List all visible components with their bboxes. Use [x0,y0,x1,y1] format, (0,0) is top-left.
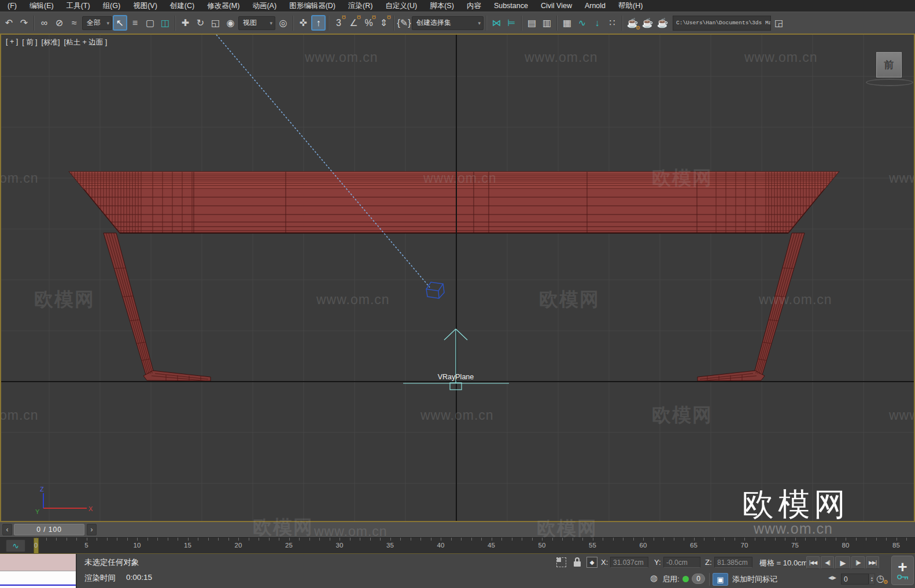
time-slider-thumb[interactable]: 0 / 100 [14,524,84,535]
render-setup-icon[interactable]: ☕⚙ [625,15,640,31]
snap-toggle-3d-icon[interactable]: 3Ω [331,15,346,31]
menu-item-4[interactable]: 视图(V) [127,0,164,12]
align-icon[interactable]: ⊨ [504,15,519,31]
viewcube[interactable]: 前 [866,51,914,89]
viewport-general-menu[interactable]: [ + ] [6,38,18,47]
select-and-scale-icon[interactable]: ◱ [208,15,223,31]
redo-icon[interactable]: ↷ [17,15,31,31]
menu-item-13[interactable]: Substance [488,1,534,11]
percent-snap-toggle-icon[interactable]: %Ω [361,15,376,31]
chevron-down-icon[interactable]: ▾ [478,20,481,26]
toggle-xview-icon[interactable]: ∷ [605,15,619,31]
render-production-icon[interactable]: ☕ [655,15,670,31]
menu-item-7[interactable]: 动画(A) [246,0,283,12]
menu-item-11[interactable]: 脚本(S) [423,0,460,12]
current-frame-field-group: ▴▾ [841,574,875,585]
enable-count-badge[interactable]: 0 [692,574,705,584]
project-folder-dropdown[interactable]: C:\Users\Han\Documents\3ds Max 2022▾ [673,16,771,31]
bind-to-space-warp-icon[interactable]: ≈ [67,15,82,31]
toggle-ribbon-icon[interactable]: ▦ [560,15,574,31]
light-gizmo-cube[interactable] [426,282,444,298]
play-button[interactable]: ▶ [835,556,850,569]
macro-recorder-pane[interactable] [0,554,76,571]
unlink-selection-icon[interactable]: ⊘ [52,15,67,31]
select-and-manipulate-icon[interactable]: ✜ [296,15,311,31]
viewcube-face[interactable]: 前 [876,52,902,77]
select-and-place-icon[interactable]: ◉ [223,15,238,31]
next-frame-button[interactable]: › [87,524,97,535]
select-by-name-icon[interactable]: ≡ [128,15,142,31]
chevron-down-icon[interactable]: ▾ [106,20,109,26]
dope-sheet-icon[interactable]: ↓ [590,15,604,31]
viewport-canvas[interactable]: VRayPlane Z X Y [1,35,914,521]
maxscript-mini-listener[interactable] [0,554,77,588]
go-to-end-button[interactable]: ▶▶| [866,556,879,569]
set-keys-button[interactable]: + [891,556,914,585]
go-to-start-button[interactable]: |◀◀ [806,556,820,569]
menu-item-10[interactable]: 自定义(U) [379,0,423,12]
viewport-shading-menu[interactable]: [粘土 + 边面 ] [64,38,108,47]
reference-coordinate-system-dropdown[interactable]: 视图▾ [238,16,275,30]
current-frame-field[interactable] [841,574,869,585]
menu-item-15[interactable]: Arnold [578,1,612,11]
rectangular-selection-region-icon[interactable]: ▢ [143,15,157,31]
mini-curve-editor-button[interactable]: ∿ [6,539,25,552]
time-configuration-button[interactable]: ◷⚙ [876,573,884,584]
y-coordinate-field[interactable] [663,557,700,568]
enable-status-dot[interactable] [682,576,689,582]
select-and-rotate-icon[interactable]: ↻ [193,15,208,31]
toggle-layer-explorer-icon[interactable]: ▤ [525,15,539,31]
select-and-move-icon[interactable]: ✚ [178,15,193,31]
menu-item-6[interactable]: 修改器(M) [201,0,246,12]
frame-step-arrows[interactable]: ◀▶ [828,575,836,580]
menu-item-16[interactable]: 帮助(H) [612,0,649,12]
spinner-snap-toggle-icon[interactable]: ⇕Ω [377,15,391,31]
viewport-front[interactable]: VRayPlane Z X Y [ + ] [ 前 ] [标准] [粘土 + 边… [0,34,915,522]
menu-item-8[interactable]: 图形编辑器(D) [283,0,342,12]
frame-spinner[interactable]: ▴▾ [869,574,875,585]
z-coordinate-field[interactable] [714,557,752,568]
mirror-icon[interactable]: ⋈ [489,15,504,31]
previous-frame-button[interactable]: ‹ [2,524,12,535]
viewport-pov-menu[interactable]: [ 前 ] [22,38,37,47]
select-and-link-icon[interactable]: ∞ [37,15,51,31]
menu-item-12[interactable]: 内容 [460,0,488,12]
selection-lock-toggle[interactable] [573,557,581,567]
edit-named-selection-sets-icon[interactable]: {✎} [397,15,411,31]
workspace-icon[interactable]: ◲ [772,15,786,31]
named-selection-sets-dropdown[interactable]: 创建选择集▾ [412,16,484,30]
chevron-down-icon[interactable]: ▾ [270,20,272,26]
toggle-scene-explorer-icon[interactable]: ▥ [540,15,554,31]
absolute-offset-mode-toggle[interactable]: ◆ [586,557,597,568]
track-bar[interactable]: ∿ 0510152025303540455055606570758085 [0,537,915,554]
use-pivot-point-center-icon[interactable]: ◎ [276,15,290,31]
menu-item-0[interactable]: (F) [1,1,23,11]
menu-item-3[interactable]: 组(G) [97,0,127,12]
render-frame-window-icon[interactable]: ☕ [640,15,655,31]
angle-snap-toggle-icon[interactable]: ∠Ω [346,15,361,31]
selection-filter-dropdown[interactable]: 全部▾ [82,16,112,30]
listener-pane[interactable] [0,571,76,588]
viewport-style-menu[interactable]: [标准] [42,38,60,47]
menu-item-14[interactable]: Civil View [534,1,578,11]
add-time-tag[interactable]: 添加时间标记 [732,574,777,585]
time-tag-cube-button[interactable]: ▣ [713,573,728,586]
y-coordinate-label: Y: [654,558,661,567]
undo-icon[interactable]: ↶ [2,15,16,31]
menu-item-9[interactable]: 渲染(R) [342,0,379,12]
viewcube-compass-ring[interactable] [866,79,913,86]
x-coordinate-field[interactable] [610,557,648,568]
menu-item-2[interactable]: 工具(T) [60,0,97,12]
select-object-icon[interactable]: ↖ [113,15,127,31]
menu-item-1[interactable]: 编辑(E) [23,0,60,12]
trackbar-tick [178,538,178,541]
next-frame-key-button[interactable]: ||▶ [851,556,865,569]
menu-item-5[interactable]: 创建(C) [164,0,201,12]
previous-frame-key-button[interactable]: ◀|| [821,556,834,569]
isolate-selection-toggle[interactable] [556,557,566,567]
trackbar-tick [643,538,644,541]
table-model[interactable] [69,171,839,381]
curve-editor-icon[interactable]: ∿ [575,15,589,31]
window-crossing-toggle-icon[interactable]: ◫ [158,15,172,31]
keyboard-shortcut-override-icon[interactable]: ↑ [311,15,326,31]
